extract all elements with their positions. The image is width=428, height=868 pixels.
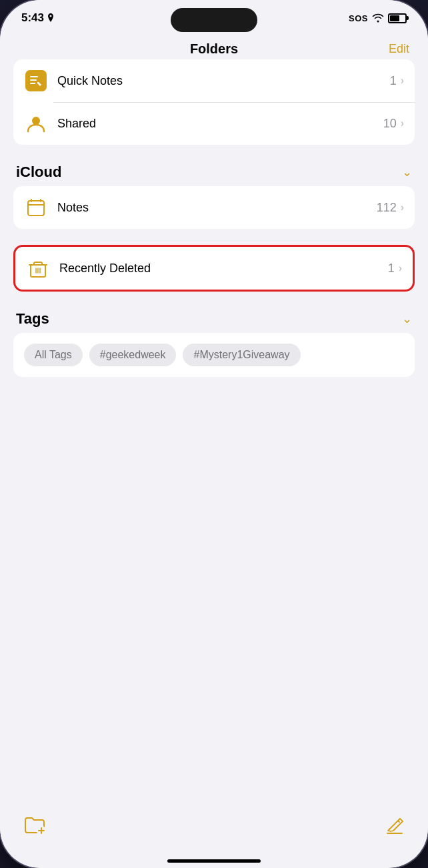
top-folders-card: Quick Notes 1 › Shared 10 › [13, 59, 415, 145]
dynamic-island [171, 8, 257, 32]
screen: 5:43 SOS Fo [0, 0, 428, 868]
time-display: 5:43 [21, 11, 44, 25]
tags-section-header: Tags ⌄ [13, 308, 415, 333]
notes-item[interactable]: Notes 112 › [13, 186, 415, 229]
tags-card: All Tags #geekedweek #Mystery1Giveaway [13, 333, 415, 377]
bottom-toolbar [0, 806, 428, 859]
shared-label: Shared [57, 117, 383, 131]
shared-count: 10 [383, 117, 397, 131]
edit-button[interactable]: Edit [389, 42, 409, 56]
notes-folder-icon [24, 195, 48, 220]
recently-deleted-wrapper: Recently Deleted 1 › [13, 245, 415, 292]
location-icon [47, 13, 55, 23]
recently-deleted-label: Recently Deleted [59, 262, 388, 276]
tag-geekedweek[interactable]: #geekedweek [89, 344, 177, 366]
quick-notes-item[interactable]: Quick Notes 1 › [13, 59, 415, 102]
recently-deleted-item[interactable]: Recently Deleted 1 › [15, 247, 413, 290]
icloud-chevron-icon[interactable]: ⌄ [402, 165, 412, 179]
status-time: 5:43 [21, 11, 55, 25]
svg-point-1 [32, 117, 40, 125]
compose-button[interactable] [385, 816, 404, 839]
trash-icon [26, 256, 50, 280]
quick-notes-count: 1 [390, 74, 397, 88]
nav-bar: Folders Edit [0, 36, 428, 59]
tags-chevron-icon[interactable]: ⌄ [402, 312, 412, 326]
page-title: Folders [190, 41, 238, 57]
shared-icon [24, 111, 48, 135]
tag-all-tags[interactable]: All Tags [24, 344, 83, 366]
battery-level [390, 15, 399, 21]
notes-label: Notes [57, 201, 377, 215]
notes-chevron: › [401, 201, 404, 213]
tag-mystery1giveaway[interactable]: #Mystery1Giveaway [183, 344, 300, 366]
new-folder-button[interactable] [24, 816, 45, 839]
wifi-icon [372, 13, 384, 23]
home-indicator [167, 859, 261, 863]
icloud-section-header: iCloud ⌄ [13, 161, 415, 186]
quick-notes-chevron: › [401, 75, 404, 87]
notes-folder-card: Notes 112 › [13, 186, 415, 229]
phone-frame: 5:43 SOS Fo [0, 0, 428, 868]
battery-indicator [388, 13, 407, 23]
tags-row: All Tags #geekedweek #Mystery1Giveaway [24, 344, 404, 366]
status-right: SOS [349, 13, 407, 23]
quick-notes-label: Quick Notes [57, 74, 390, 88]
shared-chevron: › [401, 117, 404, 129]
tags-title: Tags [16, 310, 49, 328]
recently-deleted-chevron: › [399, 262, 402, 274]
icloud-title: iCloud [16, 163, 61, 181]
quick-notes-icon [24, 69, 48, 93]
recently-deleted-count: 1 [388, 262, 395, 276]
content-area: Quick Notes 1 › Shared 10 › [0, 59, 428, 806]
sos-indicator: SOS [349, 13, 368, 23]
notes-count: 112 [377, 201, 397, 215]
shared-item[interactable]: Shared 10 › [13, 102, 415, 145]
